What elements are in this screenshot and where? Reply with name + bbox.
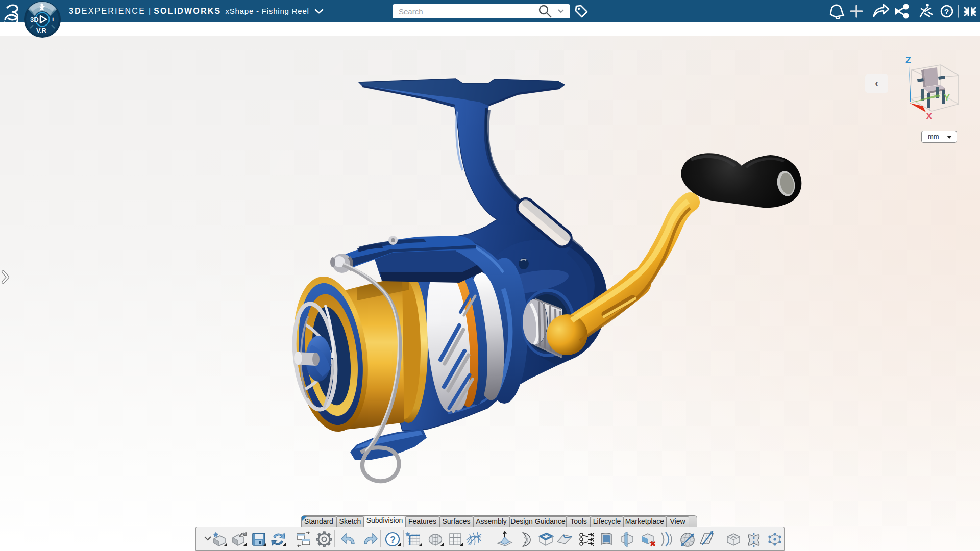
svg-text:?: ? [944, 7, 949, 16]
svg-text:V.R: V.R [36, 27, 46, 34]
svg-text:Y: Y [944, 93, 950, 103]
svg-text:?: ? [390, 535, 396, 545]
svg-text:Z: Z [905, 55, 911, 65]
svg-text:X: X [926, 111, 933, 121]
svg-text:i: i [52, 16, 54, 23]
svg-text:3D: 3D [30, 16, 39, 23]
